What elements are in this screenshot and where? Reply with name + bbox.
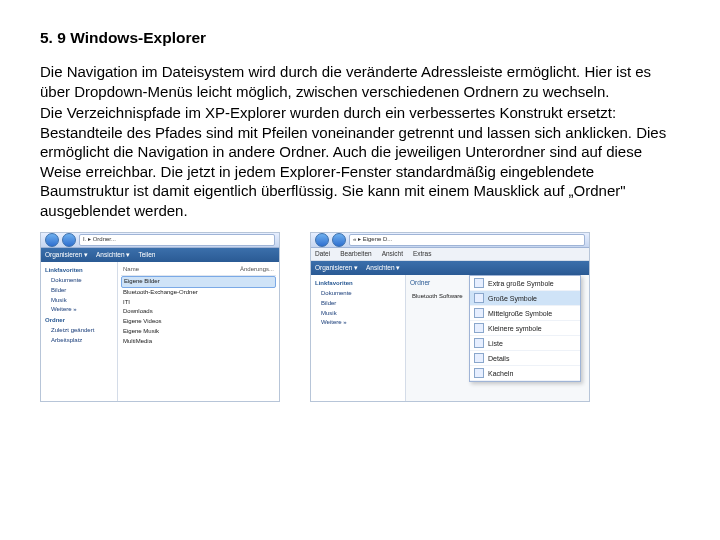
figure-explorer-1: I. ▸ Ordner... Organisieren ▾ Ansichten … [40,232,280,402]
command-bar: Organisieren ▾ Ansichten ▾ Teilen [41,248,279,262]
view-option[interactable]: Kacheln [470,366,580,381]
nav-item[interactable]: Bilder [313,299,403,309]
titlebar: I. ▸ Ordner... [41,233,279,248]
thumb-icon [474,293,484,303]
organize-button[interactable]: Organisieren ▾ [45,251,88,259]
address-bar[interactable]: « ▸ Eigene D... [349,234,585,246]
figure-row: I. ▸ Ordner... Organisieren ▾ Ansichten … [40,232,680,402]
nav-item[interactable]: Musik [313,309,403,319]
views-popup: Extra große Symbole Große Symbole Mittel… [469,275,581,382]
titlebar: « ▸ Eigene D... [311,233,589,248]
menu-edit[interactable]: Bearbeiten [340,250,371,258]
list-item[interactable]: Eigene Bilder [121,276,276,288]
views-button[interactable]: Ansichten ▾ [96,251,130,259]
list-item[interactable]: MultiMedia [121,337,276,347]
view-option[interactable]: Liste [470,336,580,351]
view-option[interactable]: Kleinere symbole [470,321,580,336]
view-option[interactable]: Große Symbole [470,291,580,306]
list-item[interactable]: Eigene Musik [121,327,276,337]
view-option[interactable]: Mittelgroße Symbole [470,306,580,321]
share-button[interactable]: Teilen [138,251,155,259]
views-button[interactable]: Ansichten ▾ [366,264,400,272]
view-option[interactable]: Extra große Symbole [470,276,580,291]
thumb-icon [474,278,484,288]
nav-item[interactable]: Dokumente [313,289,403,299]
address-bar[interactable]: I. ▸ Ordner... [79,234,275,246]
nav-group-folders: Ordner [45,317,115,325]
nav-item[interactable]: Dokumente [43,276,115,286]
list-item[interactable]: Eigene Videos [121,317,276,327]
breadcrumb-item[interactable]: « ▸ Eigene D... [353,236,392,244]
paragraph-2: Die Verzeichnispfade im XP-Explorer wurd… [40,103,680,220]
thumb-icon [474,368,484,378]
nav-item[interactable]: Bilder [43,286,115,296]
thumb-icon [474,323,484,333]
nav-item[interactable]: Weitere » [313,318,403,328]
forward-icon[interactable] [62,233,76,247]
back-icon[interactable] [315,233,329,247]
paragraph-1: Die Navigation im Dateisystem wird durch… [40,62,680,101]
nav-item[interactable]: Arbeitsplatz [43,336,115,346]
command-bar: Organisieren ▾ Ansichten ▾ [311,261,589,275]
nav-pane: Linkfavoriten Dokumente Bilder Musik Wei… [311,275,406,402]
list-item[interactable]: ITI [121,298,276,308]
back-icon[interactable] [45,233,59,247]
thumb-icon [474,338,484,348]
nav-item[interactable]: Weitere » [43,305,115,315]
list-item[interactable]: Downloads [121,307,276,317]
breadcrumb-item[interactable]: I. ▸ Ordner... [83,236,116,244]
nav-group-favorites: Linkfavoriten [45,267,115,275]
forward-icon[interactable] [332,233,346,247]
thumb-icon [474,308,484,318]
nav-pane: Linkfavoriten Dokumente Bilder Musik Wei… [41,262,118,402]
thumb-icon [474,353,484,363]
menu-bar: Datei Bearbeiten Ansicht Extras [311,248,589,261]
list-header[interactable]: Name Änderungs... [121,265,276,276]
nav-group-favorites: Linkfavoriten [315,280,403,288]
file-list: Name Änderungs... Eigene Bilder Bluetoot… [118,262,279,402]
view-option[interactable]: Details [470,351,580,366]
nav-item[interactable]: Musik [43,296,115,306]
menu-file[interactable]: Datei [315,250,330,258]
list-item[interactable]: Bluetooth-Exchange-Ordner [121,288,276,298]
figure-explorer-2: « ▸ Eigene D... Datei Bearbeiten Ansicht… [310,232,590,402]
organize-button[interactable]: Organisieren ▾ [315,264,358,272]
nav-item[interactable]: Zuletzt geändert [43,326,115,336]
menu-view[interactable]: Ansicht [382,250,403,258]
section-heading: 5. 9 Windows-Explorer [40,28,680,48]
menu-extras[interactable]: Extras [413,250,431,258]
